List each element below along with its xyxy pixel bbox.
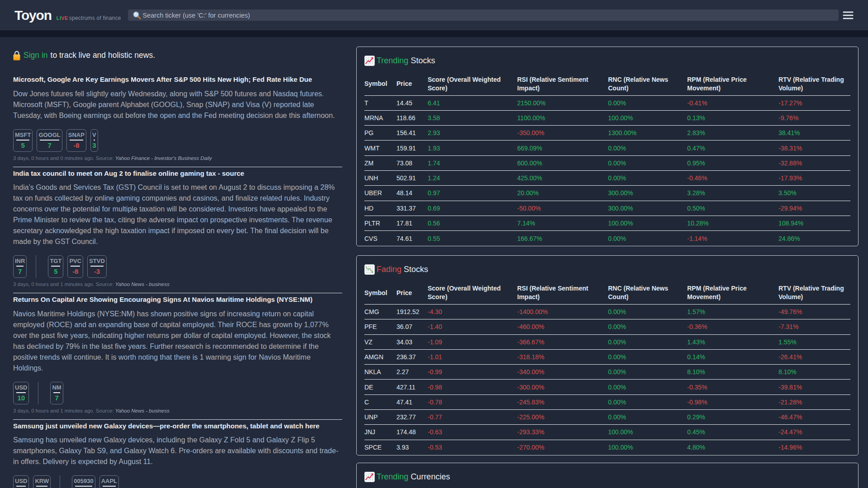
cell-score: 0.69 [428,201,517,216]
ticker-chip-divider [53,392,60,393]
table-row[interactable]: NKLA2.27-0.99-340.00%0.00%8.10%8.10% [364,365,850,380]
cell-rtv: -24.47% [778,425,850,440]
ticker-chip[interactable]: NM7 [50,382,63,404]
table-row[interactable]: UNP232.77-0.77-225.00%0.00%0.29%-46.47% [364,410,850,425]
table-row[interactable]: UBER48.140.9720.00%300.00%3.28%3.50% [364,186,850,201]
table-row[interactable]: T14.456.412150.00%0.00%-0.41%-17.27% [364,96,850,111]
table-row[interactable]: PG156.412.93-350.00%1300.00%2.83%38.41% [364,126,850,141]
news-headline[interactable]: India tax council to meet on Aug 2 to fi… [13,169,342,178]
table-row[interactable]: HD331.370.69-50.00%300.00%0.50%-29.94% [364,201,850,216]
ticker-chip[interactable]: INR7 [13,255,27,278]
cell-rtv: -46.47% [778,410,850,425]
cell-score: -1.01 [428,350,517,365]
cell-rnc: 0.00% [608,380,687,394]
cell-price: 502.91 [396,171,428,186]
ticker-chip[interactable]: SNAP-8 [66,129,86,152]
table-row[interactable]: PFE36.07-1.40-460.00%0.00%-0.36%-7.31% [364,319,850,334]
brand-tagline: LIVEspectrums of finance [57,15,121,21]
cell-price: 156.41 [396,126,428,141]
cell-rsi: 166.67% [517,231,608,246]
cell-score: 1.74 [428,156,517,171]
cell-symbol: HD [364,201,396,216]
ticker-chip[interactable]: 005930 [72,475,95,488]
cell-score: -0.63 [428,425,517,440]
ticker-chip[interactable]: MSFT5 [13,129,33,152]
column-header: RSI (Relative Sentiment Impact) [517,275,608,305]
table-row[interactable]: PLTR17.810.567.14%100.00%10.28%108.94% [364,216,850,231]
card-title-rest: Stocks [404,265,428,274]
ticker-chip[interactable]: V3 [90,129,98,152]
table-row[interactable]: VZ34.03-1.09-366.67%0.00%1.43%1.55% [364,335,850,350]
table-row[interactable]: AMGN236.37-1.01-318.18%0.00%0.14%-26.41% [364,350,850,365]
column-header: RSI (Relative Sentiment Impact) [517,66,608,96]
signin-message: to track live and holistic news. [51,51,156,60]
cell-symbol: C [364,395,396,410]
cell-rtv: -38.31% [778,141,850,155]
cell-rnc: 100.00% [608,111,687,126]
news-item: Samsung just unveiled new Galaxy devices… [13,422,342,488]
cell-rpm: -1.14% [687,231,778,246]
cell-rpm: 0.95% [687,156,778,171]
cell-rsi: -350.00% [517,126,608,141]
sign-in-link[interactable]: Sign in [24,51,48,60]
ticker-chip[interactable]: USD10 [13,382,29,404]
cell-rpm: 4.80% [687,440,778,455]
table-row[interactable]: CMG1912.52-4.30-1400.00%0.00%1.57%-49.76… [364,305,850,319]
ticker-chip-score: 7 [38,142,60,149]
cell-rtv: 8.10% [778,365,850,380]
cell-price: 34.03 [396,335,428,350]
table-row[interactable]: ZM73.081.74600.00%0.00%0.95%-32.88% [364,156,850,171]
ticker-chip[interactable]: AAPL [99,475,119,488]
table-row[interactable]: C47.41-0.78-245.83%0.00%-0.98%-21.28% [364,395,850,410]
cell-price: 331.37 [396,201,428,216]
news-body: India's Goods and Services Tax (GST) Cou… [13,182,342,247]
table-row[interactable]: UNH502.911.24425.00%0.00%-0.46%-17.93% [364,171,850,186]
cell-rpm: 0.14% [687,350,778,365]
cell-score: -0.77 [428,410,517,425]
table-row[interactable]: JNJ174.48-0.63-293.33%100.00%0.45%-24.47… [364,425,850,440]
ticker-chip-score: 3 [92,142,96,149]
news-headline[interactable]: Microsoft, Google Are Key Earnings Mover… [13,75,342,84]
cell-price: 2.27 [396,365,428,380]
search-input[interactable] [128,9,839,21]
ticker-chip[interactable]: GOOGL7 [37,129,62,152]
news-item-divider [13,419,342,420]
table-row[interactable]: WMT159.911.93669.09%0.00%0.47%-38.31% [364,141,850,155]
ticker-chip[interactable]: KRW [33,475,51,488]
cell-symbol: DE [364,380,396,394]
ticker-chip[interactable]: STVD-3 [87,255,107,278]
column-header: RPM (Relative Price Movement) [687,66,778,96]
hamburger-menu-button[interactable] [843,11,854,19]
chip-group-divider [60,475,60,488]
cell-rnc: 1300.00% [608,126,687,141]
news-body: Dow Jones futures fell slightly early We… [13,89,342,121]
news-age: 3 days, 0 hours and 1 minutes ago. Sourc… [13,408,115,413]
table-row[interactable]: MRNA118.663.581100.00%100.00%0.13%-9.76% [364,111,850,126]
cell-score: 3.58 [428,111,517,126]
trending-stocks-title: Trending Stocks [364,47,850,66]
table-row[interactable]: SPCE3.93-0.53-270.00%100.00%4.80%-14.96% [364,440,850,455]
cell-score: -1.09 [428,335,517,350]
cell-score: -0.98 [428,380,517,394]
ticker-chip[interactable]: TGT5 [48,255,63,278]
card-title-accent: Trending [377,56,408,66]
trending-stocks-card: Trending Stocks SymbolPriceScore (Overal… [356,47,859,246]
news-headline[interactable]: Returns On Capital Are Showing Encouragi… [13,295,342,304]
cell-rpm: 0.45% [687,425,778,440]
ticker-chip-score: 7 [52,394,61,402]
cell-rnc: 0.00% [608,141,687,155]
cell-rtv: -17.93% [778,171,850,186]
ticker-chip[interactable]: USD [13,475,29,488]
table-row[interactable]: DE427.11-0.98-300.00%0.00%-0.35%-39.81% [364,380,850,394]
table-row[interactable]: CVS74.610.55166.67%0.00%-1.14%24.86% [364,231,850,246]
cell-symbol: WMT [364,141,396,155]
news-headline[interactable]: Samsung just unveiled new Galaxy devices… [13,422,342,431]
cell-rsi: 600.00% [517,156,608,171]
cell-rnc: 100.00% [608,425,687,440]
cell-price: 48.14 [396,186,428,201]
ticker-chip[interactable]: PVC-8 [67,255,83,278]
cell-symbol: VZ [364,335,396,350]
news-item: Microsoft, Google Are Key Earnings Mover… [13,75,342,167]
ticker-chip-divider [16,392,26,393]
cell-price: 14.45 [396,96,428,111]
